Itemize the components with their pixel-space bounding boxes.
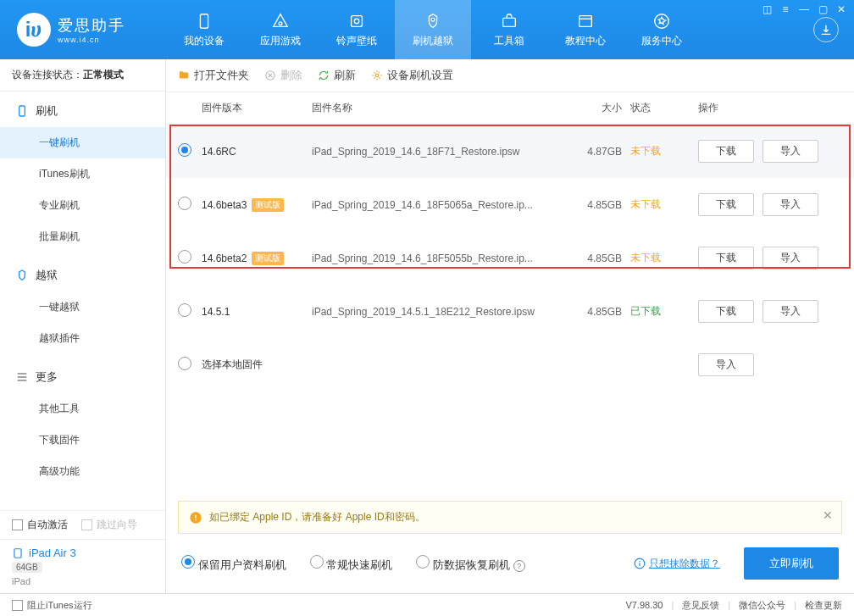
download-button[interactable]: 下载 [698, 247, 754, 269]
option-anti-recovery[interactable]: 防数据恢复刷机? [416, 555, 525, 573]
download-button[interactable]: 下载 [698, 300, 754, 323]
svg-rect-6 [580, 15, 592, 26]
nav-item-0[interactable]: 我的设备 [166, 0, 242, 59]
sidebar-group-1[interactable]: 越狱 [0, 259, 165, 291]
gear-icon [371, 69, 383, 81]
menu-icon[interactable]: ≡ [779, 3, 791, 15]
flash-options: 保留用户资料刷机 常规快速刷机 防数据恢复刷机? 只想抹除数据？ 立即刷机 [166, 534, 854, 593]
maximize-icon[interactable]: ▢ [817, 3, 829, 15]
tshirt-icon[interactable]: ◫ [761, 3, 773, 15]
table-row[interactable]: 14.5.1iPad_Spring_2019_14.5.1_18E212_Res… [166, 285, 854, 338]
firmware-size: 4.85GB [571, 306, 630, 318]
import-button[interactable]: 导入 [762, 193, 818, 216]
nav-item-1[interactable]: 应用游戏 [242, 0, 319, 59]
nav-icon [195, 12, 214, 31]
firmware-version: 14.6beta2 测试版 [202, 252, 312, 265]
nav-label: 工具箱 [494, 34, 524, 48]
sidebar-item[interactable]: iTunes刷机 [0, 158, 165, 190]
device-icon [12, 547, 24, 559]
table-row[interactable]: 14.6beta2 测试版iPad_Spring_2019_14.6_18F50… [166, 231, 854, 285]
nav-icon [576, 12, 595, 31]
sidebar-item[interactable]: 批量刷机 [0, 221, 165, 253]
device-type: iPad [12, 576, 153, 586]
row-radio[interactable] [178, 303, 191, 317]
svg-point-4 [431, 18, 435, 21]
sidebar-item[interactable]: 越狱插件 [0, 323, 165, 354]
table-row[interactable]: 14.6beta3 测试版iPad_Spring_2019_14.6_18F50… [166, 178, 854, 231]
minimize-icon[interactable]: — [798, 3, 810, 15]
nav-icon [347, 12, 366, 31]
open-folder-button[interactable]: 打开文件夹 [178, 68, 249, 83]
warning-icon [189, 511, 202, 524]
device-status: 设备连接状态：正常模式 [0, 59, 165, 92]
nav-icon [271, 12, 290, 31]
table-header: 固件版本 固件名称 大小 状态 操作 [166, 92, 854, 125]
check-update-link[interactable]: 检查更新 [805, 599, 842, 612]
download-button[interactable]: 下载 [698, 193, 754, 216]
sidebar-group-0[interactable]: 刷机 [0, 95, 165, 127]
col-ops: 操作 [698, 101, 842, 115]
import-button[interactable]: 导入 [762, 140, 818, 163]
firmware-status: 未下载 [630, 197, 698, 212]
settings-button[interactable]: 设备刷机设置 [371, 68, 453, 83]
nav-item-5[interactable]: 教程中心 [547, 0, 624, 59]
sidebar-item[interactable]: 下载固件 [0, 425, 165, 456]
firmware-version: 14.5.1 [202, 306, 312, 318]
group-icon [15, 269, 29, 282]
download-icon[interactable] [813, 17, 839, 42]
row-radio[interactable] [178, 197, 191, 210]
auto-activate-checkbox[interactable]: 自动激活 [12, 518, 68, 532]
close-icon[interactable]: ✕ [835, 3, 847, 15]
row-radio[interactable] [178, 143, 191, 157]
sidebar-item[interactable]: 一键刷机 [0, 127, 165, 158]
erase-link[interactable]: 只想抹除数据？ [634, 557, 720, 571]
nav-label: 我的设备 [184, 34, 225, 48]
app-url: www.i4.cn [58, 36, 125, 44]
sidebar-group-2[interactable]: 更多 [0, 361, 165, 393]
col-status: 状态 [630, 101, 698, 115]
sidebar-item[interactable]: 高级功能 [0, 456, 165, 487]
block-itunes-checkbox[interactable]: 阻止iTunes运行 [12, 599, 92, 612]
sidebar-item[interactable]: 其他工具 [0, 393, 165, 425]
feedback-link[interactable]: 意见反馈 [682, 599, 719, 612]
table-row[interactable]: 选择本地固件导入 [166, 338, 854, 391]
sidebar-options: 自动激活 跳过向导 [0, 510, 165, 539]
wechat-link[interactable]: 微信公众号 [739, 599, 785, 612]
app-title: 爱思助手 [58, 15, 125, 36]
nav-item-4[interactable]: 工具箱 [471, 0, 547, 59]
download-button[interactable]: 下载 [698, 140, 754, 163]
import-button[interactable]: 导入 [762, 247, 818, 269]
app-header: ◫ ≡ — ▢ ✕ iሀ 爱思助手 www.i4.cn 我的设备应用游戏铃声壁纸… [0, 0, 854, 59]
import-button[interactable]: 导入 [698, 353, 754, 376]
nav-item-2[interactable]: 铃声壁纸 [319, 0, 395, 59]
firmware-name: iPad_Spring_2019_14.6_18F5055b_Restore.i… [312, 253, 571, 264]
option-keep-data[interactable]: 保留用户资料刷机 [181, 555, 286, 573]
row-radio[interactable] [178, 357, 191, 370]
sidebar-item[interactable]: 一键越狱 [0, 291, 165, 323]
firmware-version: 选择本地固件 [202, 358, 312, 372]
row-radio[interactable] [178, 250, 191, 264]
notice-bar: 如已绑定 Apple ID，请准备好 Apple ID和密码。 ✕ [178, 501, 842, 534]
sidebar: 设备连接状态：正常模式 刷机一键刷机iTunes刷机专业刷机批量刷机越狱一键越狱… [0, 59, 166, 593]
refresh-button[interactable]: 刷新 [318, 68, 356, 83]
nav-item-6[interactable]: 服务中心 [624, 0, 700, 59]
firmware-name: iPad_Spring_2019_14.5.1_18E212_Restore.i… [312, 306, 571, 318]
skip-guide-checkbox[interactable]: 跳过向导 [81, 518, 137, 532]
close-notice-button[interactable]: ✕ [823, 508, 833, 522]
device-panel[interactable]: iPad Air 3 64GB iPad [0, 539, 165, 593]
help-icon[interactable]: ? [513, 560, 525, 572]
flash-button[interactable]: 立即刷机 [744, 547, 839, 580]
notice-text: 如已绑定 Apple ID，请准备好 Apple ID和密码。 [209, 510, 425, 524]
firmware-size: 4.85GB [571, 199, 630, 211]
app-logo: iሀ 爱思助手 www.i4.cn [0, 13, 166, 47]
svg-rect-5 [503, 18, 516, 26]
table-row[interactable]: 14.6RCiPad_Spring_2019_14.6_18F71_Restor… [166, 125, 854, 178]
nav-item-3[interactable]: 刷机越狱 [395, 0, 471, 59]
sidebar-item[interactable]: 专业刷机 [0, 190, 165, 221]
col-version: 固件版本 [202, 101, 312, 115]
main-nav: 我的设备应用游戏铃声壁纸刷机越狱工具箱教程中心服务中心 [166, 0, 813, 59]
toolbar: 打开文件夹 删除 刷新 设备刷机设置 [166, 59, 854, 92]
col-size: 大小 [571, 101, 630, 115]
option-fast-flash[interactable]: 常规快速刷机 [310, 555, 393, 573]
import-button[interactable]: 导入 [762, 300, 818, 323]
